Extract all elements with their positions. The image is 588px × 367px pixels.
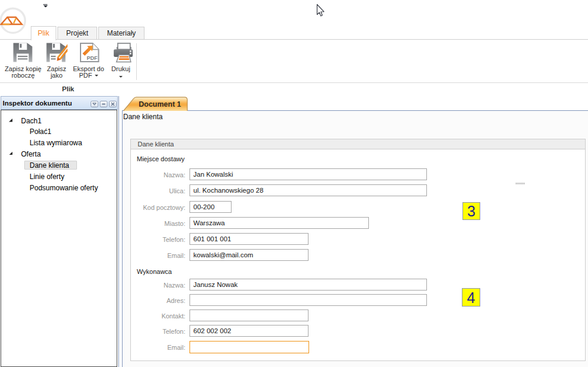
svg-text:Document 1: Document 1	[139, 100, 181, 108]
svg-text:PDF: PDF	[87, 55, 98, 61]
